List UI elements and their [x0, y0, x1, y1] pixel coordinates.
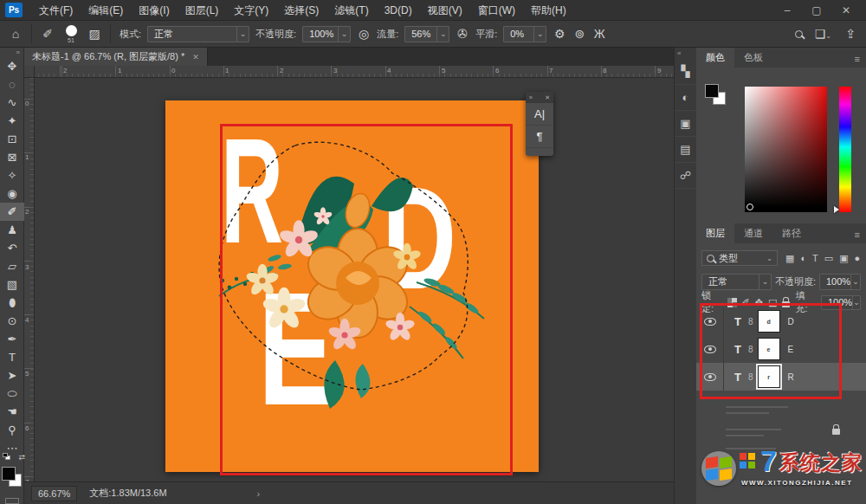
eraser-tool[interactable]: ▱: [0, 257, 24, 275]
brush-settings-panel-icon[interactable]: ▨: [87, 27, 101, 41]
close-button[interactable]: ✕: [831, 0, 861, 21]
layer-row-e[interactable]: T8eE: [696, 335, 866, 363]
tab-channels[interactable]: 通道: [734, 223, 772, 243]
horizontal-ruler[interactable]: 210123456789: [24, 66, 674, 78]
smoothing-options-gear-icon[interactable]: ⚙: [553, 27, 566, 41]
hue-slider-icon[interactable]: [834, 206, 839, 213]
layer-mask-thumbnail[interactable]: r: [758, 365, 780, 388]
toolbar-collapse-icon[interactable]: »: [0, 48, 23, 57]
layer-visibility-eye-icon[interactable]: [704, 346, 716, 353]
quick-mask-icon[interactable]: [5, 498, 19, 504]
canvas[interactable]: R D E: [165, 100, 539, 472]
layer-visibility-eye-icon[interactable]: [704, 373, 716, 381]
status-options-chevron-icon[interactable]: ›: [257, 488, 261, 499]
lock-transparent-icon[interactable]: [727, 298, 737, 307]
zoom-level-field[interactable]: 66.67%: [31, 486, 77, 501]
menu-item-1[interactable]: 编辑(E): [81, 0, 131, 21]
path-selection-tool[interactable]: ➤: [0, 366, 24, 384]
foreground-color-swatch[interactable]: [705, 84, 719, 98]
background-layer-row[interactable]: [696, 403, 866, 451]
adjustments-panel-icon[interactable]: ◐: [675, 85, 696, 111]
opacity-pressure-icon[interactable]: ◎: [357, 27, 371, 41]
shape-layers-filter-icon[interactable]: ▭: [824, 253, 833, 264]
type-layer-thumbnail[interactable]: T: [732, 343, 744, 356]
healing-brush-tool[interactable]: ◉: [0, 184, 24, 203]
ellipse-shape-tool[interactable]: ⬭: [0, 384, 24, 403]
share-panel-icon[interactable]: ☍: [675, 163, 696, 189]
brush-preview[interactable]: 51: [61, 25, 81, 43]
zoom-tool[interactable]: ⚲: [0, 421, 24, 439]
menu-item-7[interactable]: 3D(D): [377, 0, 420, 21]
foreground-background-colors[interactable]: ⇄: [2, 465, 23, 494]
layer-mask-link-icon[interactable]: 8: [748, 345, 753, 354]
layer-visibility-eye-icon[interactable]: [704, 318, 716, 326]
layer-row-d[interactable]: T8dD: [696, 307, 866, 335]
hue-strip[interactable]: [839, 87, 851, 212]
home-icon[interactable]: ⌂: [9, 27, 23, 41]
brush-preset-icon[interactable]: ✐: [41, 27, 55, 41]
layer-filter-dropdown[interactable]: 类型 ⌄: [701, 250, 778, 266]
share-icon[interactable]: ⇪: [843, 27, 857, 41]
workspace-switcher-icon[interactable]: ❏⌄: [815, 27, 831, 41]
menu-item-4[interactable]: 文字(Y): [226, 0, 276, 21]
dodge-tool[interactable]: ⊙: [0, 312, 24, 330]
layer-blend-mode-dropdown[interactable]: 正常⌄: [701, 274, 772, 290]
gradient-tool[interactable]: ▧: [0, 275, 24, 294]
default-colors-icon[interactable]: [3, 453, 10, 460]
blend-mode-dropdown[interactable]: 正常⌄: [147, 26, 249, 42]
type-tool[interactable]: T: [0, 348, 24, 366]
color-panel-icon[interactable]: ▚: [675, 59, 696, 85]
crop-tool[interactable]: ⊡: [0, 130, 24, 148]
menu-item-5[interactable]: 选择(S): [276, 0, 326, 21]
type-layers-filter-icon[interactable]: T: [812, 253, 818, 264]
clone-stamp-tool[interactable]: ♟: [0, 221, 24, 239]
properties-panel-icon[interactable]: ▤: [675, 137, 696, 163]
layer-mask-link-icon[interactable]: 8: [748, 372, 753, 382]
strip-collapse-icon[interactable]: «: [675, 48, 696, 59]
tab-close-icon[interactable]: ✕: [192, 53, 199, 61]
smoothing-dropdown[interactable]: 0%⌄: [503, 26, 546, 42]
layer-mask-thumbnail[interactable]: d: [758, 310, 780, 333]
panel-menu-icon[interactable]: ≡: [849, 50, 866, 68]
history-brush-tool[interactable]: ↶: [0, 239, 24, 257]
filter-toggle-icon[interactable]: ●: [855, 253, 861, 264]
adjustment-layers-filter-icon[interactable]: ◐: [800, 253, 806, 264]
smart-object-filter-icon[interactable]: ▣: [839, 253, 848, 264]
saturation-brightness-field[interactable]: [745, 87, 827, 212]
layer-opacity-dropdown[interactable]: 100%⌄: [819, 274, 861, 290]
search-icon[interactable]: [795, 30, 803, 38]
type-layer-thumbnail[interactable]: T: [732, 371, 744, 384]
swap-colors-icon[interactable]: ⇄: [18, 453, 25, 462]
panel-collapse-icon[interactable]: »: [529, 94, 533, 100]
character-panel-icon[interactable]: A|: [526, 103, 553, 126]
layer-row-r[interactable]: T8rR: [696, 363, 866, 391]
lasso-tool[interactable]: ∿: [0, 94, 24, 112]
frame-tool[interactable]: ⊠: [0, 148, 24, 166]
airbrush-icon[interactable]: ✇: [456, 27, 469, 41]
lock-all-icon[interactable]: [782, 301, 790, 307]
size-pressure-icon[interactable]: ⊚: [572, 27, 586, 41]
menu-item-0[interactable]: 文件(F): [31, 0, 81, 21]
opacity-dropdown[interactable]: 100%⌄: [302, 26, 351, 42]
hand-tool[interactable]: ☚: [0, 403, 24, 421]
panel-close-icon[interactable]: ✕: [545, 94, 550, 101]
layer-mask-thumbnail[interactable]: e: [758, 338, 780, 360]
quick-selection-tool[interactable]: ✦: [0, 112, 24, 130]
menu-item-6[interactable]: 滤镜(T): [326, 0, 376, 21]
libraries-panel-icon[interactable]: ▣: [675, 111, 696, 137]
maximize-button[interactable]: ▢: [802, 0, 831, 21]
blur-tool[interactable]: ⬮: [0, 294, 24, 312]
pen-tool[interactable]: ✒: [0, 330, 24, 348]
paragraph-panel-icon[interactable]: ¶: [526, 126, 553, 148]
menu-item-2[interactable]: 图像(I): [131, 0, 177, 21]
lock-artboard-icon[interactable]: ⬓: [768, 297, 777, 308]
tab-layers[interactable]: 图层: [696, 223, 734, 243]
symmetry-icon[interactable]: Ж: [592, 27, 606, 41]
layer-mask-link-icon[interactable]: 8: [748, 317, 753, 326]
menu-item-10[interactable]: 帮助(H): [523, 0, 574, 21]
menu-item-9[interactable]: 窗口(W): [470, 0, 523, 21]
pixel-layers-filter-icon[interactable]: ▦: [785, 253, 794, 264]
tab-paths[interactable]: 路径: [772, 223, 811, 243]
vertical-ruler[interactable]: 01234567: [24, 78, 35, 481]
menu-item-8[interactable]: 视图(V): [420, 0, 470, 21]
